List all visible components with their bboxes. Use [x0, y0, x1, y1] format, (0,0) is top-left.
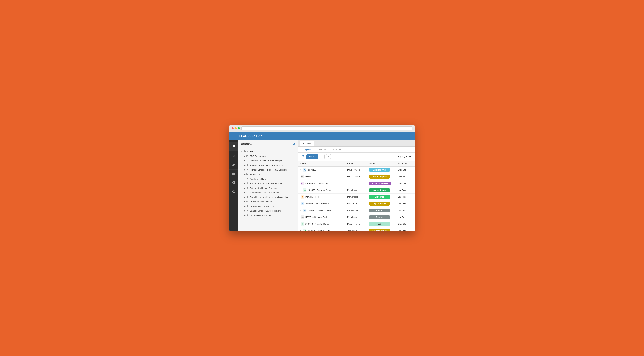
maximize-button[interactable] — [238, 127, 240, 129]
contact-item[interactable]: ▶ ABC Productions — [238, 154, 298, 158]
close-button[interactable] — [232, 127, 234, 129]
sidebar-item-history[interactable] — [229, 187, 238, 196]
type-badge: Qt — [303, 188, 306, 192]
sub-tab-dashboard[interactable]: Dashboard — [329, 147, 345, 152]
address-bar[interactable] — [242, 126, 412, 130]
row-project: Lisa Foss — [396, 207, 415, 214]
row-client: Lisa Moore — [346, 200, 368, 207]
row-name: 20-0092 - Demo w/ Pedro — [308, 189, 331, 191]
today-button[interactable]: TODAY — [306, 154, 318, 159]
status-badge: Awaiting Prep — [369, 168, 390, 172]
table-row[interactable]: ▼ Qt 20-0096 - Demo w/ Todd Julia SmithR… — [298, 227, 415, 231]
row-name: NSSW9 - Demo w/ Ped... — [305, 216, 328, 218]
contact-item[interactable]: ▶ Chrisine - ABC Productions — [238, 204, 298, 209]
tab-home[interactable]: Home — [300, 141, 314, 147]
sidebar-divider — [231, 151, 237, 151]
toolbar: TODAY ‹ › July 10, 2020 - — [298, 153, 415, 161]
person-icon — [246, 164, 248, 167]
contacts-list: ▼ Clients ▶ ABC Productions ▶ — [238, 148, 298, 231]
clients-folder[interactable]: ▼ Clients — [238, 149, 298, 154]
row-project: Chris Ste — [396, 173, 415, 180]
menu-icon[interactable]: ☰ — [232, 134, 235, 138]
sidebar-item-search[interactable] — [229, 152, 238, 161]
minimize-button[interactable] — [235, 127, 237, 129]
sidebar-icons — [229, 140, 238, 231]
sub-tab-calendar[interactable]: Calendar — [314, 147, 329, 152]
table-row[interactable]: ▼ Ps 20-00108 Dave TrowlenAwaiting PrepC… — [298, 166, 415, 173]
col-header-name: Name — [298, 161, 346, 166]
sub-tab-daybook[interactable]: Daybook — [301, 147, 314, 152]
row-project: Lisa Foss — [396, 187, 415, 193]
row-name: 20-0092 - Demo w/ Pedro — [305, 202, 329, 205]
building-icon — [246, 173, 248, 176]
refresh-button[interactable] — [301, 154, 305, 159]
contacts-header: Contacts — [238, 140, 298, 148]
contact-label: Capstone Technologies — [250, 201, 272, 203]
home-icon — [232, 144, 236, 148]
row-project: Lisa Foss — [396, 227, 415, 231]
person-icon — [246, 159, 248, 162]
contact-arrow: ▶ — [244, 173, 245, 175]
contact-item[interactable]: ▶ Bethany Smith - AV Pros Inc. — [238, 186, 298, 190]
contact-item[interactable]: ▶ Capstone Technologies — [238, 199, 298, 204]
sidebar-item-home[interactable] — [229, 142, 238, 151]
type-badge: Qt — [303, 229, 306, 231]
status-badge: Prep In Progress — [369, 175, 390, 179]
contact-item[interactable]: ▶ AV Pros Inc. — [238, 172, 298, 177]
contact-item[interactable]: ▶ bondo bondo - Big Time Sound — [238, 190, 298, 195]
status-badge: Prepped — [369, 215, 390, 219]
row-client — [346, 180, 368, 187]
table-header-row: Name Client Status Project M — [298, 161, 415, 166]
sidebar-item-contacts[interactable] — [229, 161, 238, 170]
table-row[interactable]: ▼ Ps 20-00105 - Demo w/ Pedro Mary Moore… — [298, 207, 415, 214]
dollar-icon — [232, 181, 236, 184]
person-icon — [246, 196, 248, 198]
contact-arrow: ▶ — [244, 192, 245, 194]
app-title: FLEX5 DESKTOP — [238, 134, 262, 138]
data-table: Name Client Status Project M ▼ Ps 20-001… — [298, 161, 415, 231]
row-client: Dave Trowlen — [346, 173, 368, 180]
main-content: Home Daybook Calendar Dashboard — [298, 140, 415, 231]
contact-item[interactable]: ▶ Dave Williams - DWAY — [238, 213, 298, 218]
contact-item[interactable]: ▶ Al Mean1 Deans - Flex Rental Solutions — [238, 168, 298, 172]
row-expand-icon: ▼ — [300, 189, 302, 191]
history-icon — [232, 190, 236, 193]
folder-icon — [244, 150, 246, 153]
contact-item[interactable]: ▶ Ayesh Tousif Khan — [238, 177, 298, 181]
sidebar-item-billing[interactable] — [229, 178, 238, 187]
row-name: 20-00108 — [308, 169, 316, 171]
contacts-refresh-icon[interactable] — [292, 142, 296, 146]
people-icon — [232, 163, 236, 167]
row-client: Mary Moore — [346, 207, 368, 214]
contact-item[interactable]: ▶ Danielle Smith - ABC Productions — [238, 209, 298, 213]
building-icon — [246, 200, 248, 203]
row-project: Chris Ste — [396, 180, 415, 187]
status-badge: Inquiry — [369, 222, 390, 226]
person-icon — [246, 168, 248, 171]
table-row[interactable]: Rpo RPO-00095 - DMG Video ... Subrental … — [298, 180, 415, 187]
status-badge: Invoice Created — [369, 188, 390, 192]
row-client: Mary Moore — [346, 187, 368, 193]
type-badge: Cr — [301, 195, 304, 199]
table-row[interactable]: Cr Demo w/ Pedro Mary MooreConfirmedLisa… — [298, 193, 415, 200]
table-row[interactable]: Qt 20-0098 - Projector Rental Dave Trowl… — [298, 220, 415, 227]
next-button[interactable]: › — [326, 154, 331, 159]
contacts-panel: Contacts ▼ Clients ▶ — [238, 140, 298, 231]
contact-item[interactable]: ▶ Accounts Payable ABC Productions — [238, 163, 298, 168]
contact-item[interactable]: ▶ Brian Henerson - Mortimer and Associat… — [238, 195, 298, 199]
sidebar-item-inventory[interactable] — [229, 170, 238, 178]
search-icon — [232, 155, 236, 158]
table-row[interactable]: Mn NSSW9 - Demo w/ Ped... Mary MoorePrep… — [298, 214, 415, 220]
table-row[interactable]: Mn N7ZL8 Dave TrowlenPrep In ProgressChr… — [298, 173, 415, 180]
prev-button[interactable]: ‹ — [320, 154, 324, 159]
contact-label: Ayesh Tousif Khan — [250, 178, 267, 180]
table-row[interactable]: In 20-0092 - Demo w/ Pedro Lisa MooreUnp… — [298, 200, 415, 207]
contact-item[interactable]: ▶ Accounts - Capstone Technologies — [238, 158, 298, 163]
table-row[interactable]: ▼ Qt 20-0092 - Demo w/ Pedro Mary MooreI… — [298, 187, 415, 193]
contact-item[interactable]: ▶ Bethany Homer - ABC Productions — [238, 181, 298, 186]
contact-arrow: ▶ — [244, 201, 245, 203]
contact-arrow: ▶ — [244, 187, 245, 189]
traffic-lights — [232, 127, 240, 129]
browser-chrome — [229, 125, 415, 132]
clients-folder-label: Clients — [248, 150, 255, 153]
